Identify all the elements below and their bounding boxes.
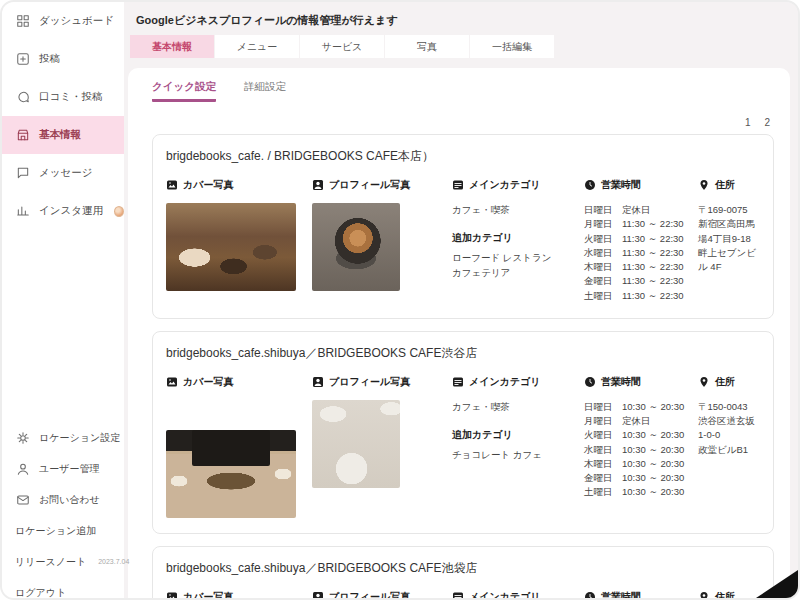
sidebar-item-label: インスタ運用 xyxy=(39,204,103,218)
address-line: 渋谷区道玄坂1-0-0 xyxy=(698,414,761,443)
main-category-value: カフェ・喫茶 xyxy=(452,400,584,414)
content-panel: クイック設定 詳細設定 12 brigdebooks_cafe. / BRIDG… xyxy=(128,68,790,600)
profile-photo[interactable] xyxy=(312,400,400,488)
address-line: 〒150-0043 xyxy=(698,400,761,414)
app-window: ダッシュボード 投稿 口コミ・投稿 基本情報 メッセージ インスタ運用 ロケーシ… xyxy=(0,0,800,600)
sidebar-item-posts[interactable]: 投稿 xyxy=(2,40,124,78)
location-card-ikebukuro: bridgebooks_cafe.shibuya／BRIDGEBOOKS CAF… xyxy=(152,546,774,600)
hours-row: 日曜日10:30 ～ 20:30 xyxy=(584,400,698,414)
hours-label: 営業時間 xyxy=(584,590,698,600)
sidebar-item-label: ダッシュボード xyxy=(39,14,114,28)
instagram-badge-icon xyxy=(114,206,124,217)
tab-photos[interactable]: 写真 xyxy=(385,35,469,58)
tab-basic-info[interactable]: 基本情報 xyxy=(130,35,214,58)
hours-table: 日曜日定休日月曜日11:30 ～ 22:30火曜日11:30 ～ 22:30水曜… xyxy=(584,203,698,303)
profile-photo-label: プロフィール写真 xyxy=(312,590,452,600)
hours-row: 月曜日11:30 ～ 22:30 xyxy=(584,217,698,231)
hours-row: 火曜日11:30 ～ 22:30 xyxy=(584,232,698,246)
address-line: 畔上セブンビル 4F xyxy=(698,246,761,275)
release-note-date: 2023.7.04 xyxy=(98,558,129,565)
profile-icon xyxy=(312,179,324,191)
subtab-quick-settings[interactable]: クイック設定 xyxy=(152,80,216,102)
sidebar-item-location-settings[interactable]: ロケーション設定 xyxy=(2,422,124,453)
additional-category-label: 追加カテゴリ xyxy=(452,231,584,245)
hours-row: 土曜日10:30 ～ 20:30 xyxy=(584,485,698,499)
hours-row: 木曜日10:30 ～ 20:30 xyxy=(584,457,698,471)
sidebar-item-user-management[interactable]: ユーザー管理 xyxy=(2,453,124,484)
profile-photo[interactable] xyxy=(312,203,400,291)
pagination-page[interactable]: 2 xyxy=(764,117,770,128)
address-line: 新宿区高田馬場4丁目9-18 xyxy=(698,217,761,246)
address-line: 〒169-0075 xyxy=(698,203,761,217)
sidebar-item-label: ロケーション追加 xyxy=(15,524,96,538)
hours-row: 火曜日10:30 ～ 20:30 xyxy=(584,428,698,442)
cover-photo-label: カバー写真 xyxy=(166,178,312,192)
clock-icon xyxy=(584,179,596,191)
gear-pin-icon xyxy=(15,430,30,445)
sidebar-item-label: 基本情報 xyxy=(39,128,81,142)
mouse-cursor xyxy=(742,566,800,600)
hours-row: 土曜日11:30 ～ 22:30 xyxy=(584,289,698,303)
hours-row: 水曜日11:30 ～ 22:30 xyxy=(584,246,698,260)
review-bubble-icon xyxy=(15,90,30,105)
location-title: bridgebooks_cafe.shibuya／BRIDGEBOOKS CAF… xyxy=(166,560,761,577)
dashboard-icon xyxy=(15,14,30,29)
location-pin-icon xyxy=(698,591,710,600)
location-pin-icon xyxy=(698,179,710,191)
chart-icon xyxy=(15,204,30,219)
clock-icon xyxy=(584,591,596,600)
subtab-detail-settings[interactable]: 詳細設定 xyxy=(244,80,286,102)
additional-category-value: カフェテリア xyxy=(452,266,584,280)
hours-row: 金曜日11:30 ～ 22:30 xyxy=(584,274,698,288)
main-area: Googleビジネスプロフィールの情報管理が行えます 基本情報 メニュー サービ… xyxy=(124,2,798,598)
main-category-label: メインカテゴリ xyxy=(452,178,584,192)
sidebar-item-label: 口コミ・投稿 xyxy=(39,90,103,104)
sidebar-item-add-location[interactable]: ロケーション追加 xyxy=(2,515,124,546)
tab-bulk-edit[interactable]: 一括編集 xyxy=(470,35,554,58)
location-card-honten: brigdebooks_cafe. / BRIDGEBOOKS CAFE本店） … xyxy=(152,134,774,319)
hours-label: 営業時間 xyxy=(584,375,698,389)
image-icon xyxy=(166,591,178,600)
sidebar-item-messages[interactable]: メッセージ xyxy=(2,154,124,192)
address-line: 政堂ビルB1 xyxy=(698,443,761,457)
sidebar-item-instagram[interactable]: インスタ運用 xyxy=(2,192,124,230)
sidebar-item-dashboard[interactable]: ダッシュボード xyxy=(2,2,124,40)
sidebar-item-label: リリースノート xyxy=(15,555,86,569)
post-icon xyxy=(15,52,30,67)
image-icon xyxy=(166,179,178,191)
pagination-page[interactable]: 1 xyxy=(745,117,751,128)
page-title: Googleビジネスプロフィールの情報管理が行えます xyxy=(136,13,398,28)
sidebar-item-label: ロケーション設定 xyxy=(39,431,120,445)
cover-photo-label: カバー写真 xyxy=(166,590,312,600)
sidebar-item-label: 投稿 xyxy=(39,52,60,66)
category-icon xyxy=(452,376,464,388)
category-icon xyxy=(452,179,464,191)
sidebar-item-logout[interactable]: ログアウト xyxy=(2,577,124,600)
sidebar-item-release-notes[interactable]: リリースノート 2023.7.04 xyxy=(2,546,124,577)
location-card-shibuya: bridgebooks_cafe.shibuya／BRIDGEBOOKS CAF… xyxy=(152,331,774,535)
clock-icon xyxy=(584,376,596,388)
sidebar-item-label: お問い合わせ xyxy=(39,493,100,507)
hours-row: 日曜日定休日 xyxy=(584,203,698,217)
address-label: 住所 xyxy=(698,375,761,389)
additional-category-list: ローフード レストランカフェテリア xyxy=(452,251,584,280)
sidebar: ダッシュボード 投稿 口コミ・投稿 基本情報 メッセージ インスタ運用 ロケーシ… xyxy=(2,2,124,600)
cover-photo[interactable] xyxy=(166,430,296,518)
tab-menu[interactable]: メニュー xyxy=(215,35,299,58)
address-lines: 〒150-0043渋谷区道玄坂1-0-0政堂ビルB1 xyxy=(698,400,761,457)
sidebar-item-contact[interactable]: お問い合わせ xyxy=(2,484,124,515)
additional-category-value: チョコレート カフェ xyxy=(452,448,584,462)
hours-row: 水曜日10:30 ～ 20:30 xyxy=(584,443,698,457)
sidebar-item-basic-info[interactable]: 基本情報 xyxy=(2,116,124,154)
hours-row: 木曜日11:30 ～ 22:30 xyxy=(584,260,698,274)
location-title: brigdebooks_cafe. / BRIDGEBOOKS CAFE本店） xyxy=(166,148,761,165)
tab-services[interactable]: サービス xyxy=(300,35,384,58)
storefront-icon xyxy=(15,128,30,143)
cover-photo[interactable] xyxy=(166,203,296,291)
location-pin-icon xyxy=(698,376,710,388)
sidebar-item-reviews[interactable]: 口コミ・投稿 xyxy=(2,78,124,116)
pagination: 12 xyxy=(152,110,774,134)
address-lines: 〒169-0075新宿区高田馬場4丁目9-18畔上セブンビル 4F xyxy=(698,203,761,274)
sidebar-item-label: メッセージ xyxy=(39,166,92,180)
mail-icon xyxy=(15,492,30,507)
